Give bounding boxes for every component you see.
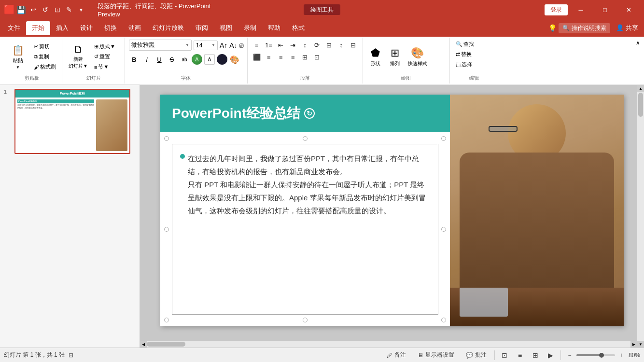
menu-file[interactable]: 文件 <box>2 21 26 35</box>
decrease-indent-button[interactable]: ⇤ <box>276 40 286 50</box>
select-button[interactable]: ⬚ 选择 <box>454 60 494 69</box>
align-right-button[interactable]: ≡ <box>276 52 286 62</box>
zoom-level[interactable]: 80% <box>629 352 640 359</box>
align-left-button[interactable]: ⬛ <box>252 52 262 62</box>
justify-full-button[interactable]: ⊞ <box>300 52 310 62</box>
outline-view-button[interactable]: ≡ <box>514 349 526 361</box>
columns-button[interactable]: ⊟ <box>348 40 359 50</box>
bold-button[interactable]: B <box>129 54 140 65</box>
vertical-scrollbar[interactable]: ▲ ▼ <box>637 85 644 348</box>
content-text-box[interactable]: 在过去的几年时间里，我做了超过百份PPT，其中有日常汇报，有年中总结，有给投资机… <box>172 144 438 315</box>
decrease-font-icon[interactable]: A↓ <box>229 42 237 49</box>
arrange-button[interactable]: ⊞ 排列 <box>386 45 404 69</box>
menu-review[interactable]: 审阅 <box>190 21 214 35</box>
menu-transition[interactable]: 切换 <box>98 21 123 35</box>
columns-2-button[interactable]: ⊡ <box>312 52 322 62</box>
line-spacing-button[interactable]: ↕ <box>336 40 347 50</box>
numbering-button[interactable]: 1≡ <box>264 40 274 50</box>
slide-thumbnail[interactable]: PowerPoint教程 PowerPoint经验总结 在过去的几年时间里，我做… <box>14 89 130 154</box>
justify-button[interactable]: ≡ <box>288 52 298 62</box>
shapes-button[interactable]: ⬟ 形状 <box>367 45 384 69</box>
close-button[interactable]: ✕ <box>618 2 640 17</box>
strikethrough-button[interactable]: S <box>167 54 177 65</box>
minimize-button[interactable]: ─ <box>570 2 592 17</box>
normal-view-button[interactable]: ⊡ <box>499 349 510 361</box>
handle-bottom-center[interactable] <box>303 318 308 322</box>
section-button[interactable]: ≡ 节▼ <box>92 62 117 71</box>
draw-tools-tab[interactable]: 绘图工具 <box>216 6 428 14</box>
login-button[interactable]: 登录 <box>545 4 568 15</box>
small-caps-button[interactable]: ab <box>179 54 190 65</box>
scroll-right-button[interactable]: ▶ <box>630 341 637 348</box>
italic-button[interactable]: I <box>141 54 152 65</box>
scroll-left-button[interactable]: ◀ <box>140 341 147 348</box>
zoom-slider[interactable] <box>576 354 615 356</box>
font-color-dark-button[interactable] <box>217 54 227 65</box>
menu-slideshow[interactable]: 幻灯片放映 <box>147 21 190 35</box>
reset-button[interactable]: ↺ 重置 <box>92 52 117 61</box>
canvas-area[interactable]: PowerPoint经验总结 ↻ <box>140 85 644 348</box>
handle-middle-right[interactable] <box>441 227 446 232</box>
paste-button[interactable]: 📋 粘贴 ▼ <box>6 43 30 71</box>
notes-button[interactable]: 🖊 备注 <box>383 350 410 360</box>
comments-button[interactable]: 💬 批注 <box>462 350 490 360</box>
font-name-selector[interactable]: 微软雅黑 ▼ <box>129 40 192 51</box>
copy-button[interactable]: ⧉ 复制 <box>32 52 58 61</box>
font-size-selector[interactable]: 14 ▼ <box>194 41 218 50</box>
dropdown-icon[interactable]: ▼ <box>76 4 86 15</box>
handle-top-right[interactable] <box>441 136 446 141</box>
scroll-up-button[interactable]: ▲ <box>637 85 644 92</box>
zoom-slider-thumb[interactable] <box>599 353 604 358</box>
customize-icon[interactable]: ✎ <box>64 4 74 15</box>
clear-format-icon[interactable]: ⎚ <box>239 42 243 49</box>
font-color-picker-button[interactable]: 🎨 <box>229 54 240 65</box>
slide-sorter-button[interactable]: ⊞ <box>530 349 541 361</box>
align-center-button[interactable]: ≡ <box>264 52 274 62</box>
quick-styles-button[interactable]: 🎨 快速样式 <box>406 45 430 69</box>
font-color-green-button[interactable]: A <box>192 54 202 65</box>
redo-icon[interactable]: ↺ <box>40 4 50 15</box>
menu-help[interactable]: 帮助 <box>262 21 286 35</box>
search-bar[interactable]: 🔍 操作说明搜索 <box>559 23 610 33</box>
display-settings-button[interactable]: 🖥 显示器设置 <box>414 350 458 360</box>
increase-font-icon[interactable]: A↑ <box>220 42 227 49</box>
lightbulb-icon[interactable]: 💡 <box>548 24 557 32</box>
smartart-button[interactable]: ⊞ <box>324 40 335 50</box>
cut-button[interactable]: ✂ 剪切 <box>32 42 58 51</box>
new-slide-button[interactable]: 🗋 新建 幻灯片▼ <box>66 42 90 71</box>
menu-insert[interactable]: 插入 <box>50 21 74 35</box>
menu-animation[interactable]: 动画 <box>123 21 147 35</box>
bullets-button[interactable]: ≡ <box>252 40 262 50</box>
format-painter-button[interactable]: 🖌 格式刷 <box>32 62 58 71</box>
handle-top-left[interactable] <box>164 136 169 141</box>
undo-icon[interactable]: ↩ <box>28 4 39 15</box>
handle-bottom-right[interactable] <box>441 318 446 322</box>
layout-button[interactable]: ⊞ 版式▼ <box>92 42 117 51</box>
find-button[interactable]: 🔍 查找 <box>454 40 494 49</box>
h-scroll-thumb[interactable] <box>147 342 185 347</box>
menu-format[interactable]: 格式 <box>286 21 310 35</box>
underline-button[interactable]: U <box>154 54 165 65</box>
save-icon[interactable]: 💾 <box>16 4 27 15</box>
menu-view[interactable]: 视图 <box>214 21 238 35</box>
reading-view-button[interactable]: ▶ <box>545 349 557 361</box>
replace-button[interactable]: ⇄ 替换 <box>454 50 494 59</box>
increase-indent-button[interactable]: ⇥ <box>288 40 298 50</box>
scroll-thumb[interactable] <box>638 93 643 117</box>
convert-button[interactable]: ⟳ <box>312 40 322 50</box>
menu-record[interactable]: 录制 <box>238 21 262 35</box>
handle-bottom-left[interactable] <box>164 318 169 322</box>
handle-top-center[interactable] <box>303 136 308 141</box>
ribbon-collapse-button[interactable]: ∧ <box>636 40 640 46</box>
rotate-handle[interactable]: ↻ <box>304 108 315 119</box>
scroll-down-button[interactable]: ▼ <box>637 341 644 348</box>
zoom-in-button[interactable]: + <box>617 350 627 360</box>
text-highlight-button[interactable]: A <box>204 54 215 65</box>
zoom-out-button[interactable]: − <box>565 350 574 360</box>
menu-home[interactable]: 开始 <box>26 21 50 35</box>
handle-middle-left[interactable] <box>164 227 169 232</box>
share-button[interactable]: 👤 共享 <box>612 23 642 33</box>
present-icon[interactable]: ⊡ <box>52 4 62 15</box>
menu-design[interactable]: 设计 <box>74 21 98 35</box>
text-direction-button[interactable]: ↕ <box>300 40 310 50</box>
